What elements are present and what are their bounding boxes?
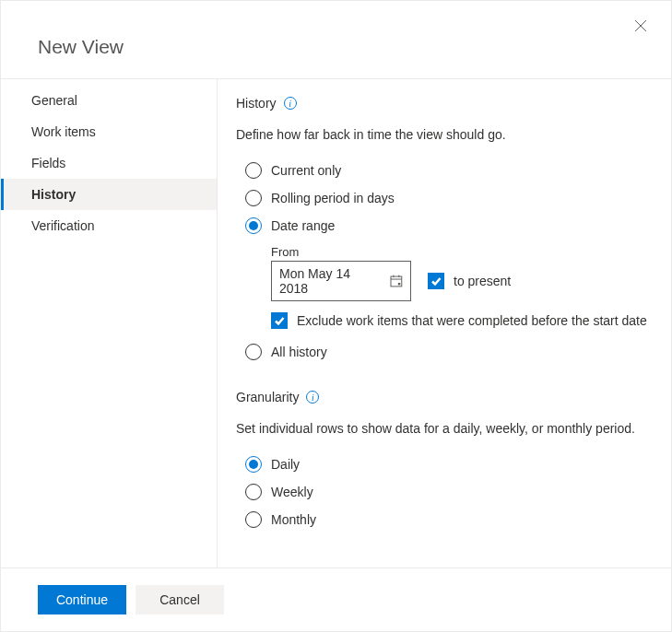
sidebar: General Work items Fields History Verifi… xyxy=(1,79,218,568)
radio-all-history[interactable]: All history xyxy=(236,338,649,366)
sidebar-item-general[interactable]: General xyxy=(1,85,217,116)
radio-icon xyxy=(245,162,262,179)
sidebar-item-history[interactable]: History xyxy=(1,179,217,210)
calendar-icon xyxy=(390,275,403,287)
radio-label: Weekly xyxy=(271,485,313,499)
new-view-dialog: New View General Work items Fields Histo… xyxy=(0,0,672,632)
radio-current-only[interactable]: Current only xyxy=(236,157,649,184)
granularity-section-title: Granularity i xyxy=(236,390,649,404)
sidebar-item-label: General xyxy=(31,93,77,108)
radio-icon xyxy=(245,484,262,500)
radio-monthly[interactable]: Monthly xyxy=(236,506,649,533)
to-present-row: to present xyxy=(428,273,511,289)
date-row: Mon May 14 2018 to prese xyxy=(271,261,649,301)
svg-rect-6 xyxy=(398,283,400,285)
from-date-value: Mon May 14 2018 xyxy=(279,266,381,296)
exclude-row: Exclude work items that were completed b… xyxy=(271,312,649,329)
exclude-label: Exclude work items that were completed b… xyxy=(297,313,647,328)
sidebar-item-work-items[interactable]: Work items xyxy=(1,116,217,147)
date-range-subgroup: From Mon May 14 2018 xyxy=(236,245,649,329)
info-icon[interactable]: i xyxy=(284,97,297,110)
sidebar-item-label: History xyxy=(31,187,76,202)
radio-daily[interactable]: Daily xyxy=(236,451,649,478)
radio-icon xyxy=(245,511,262,528)
granularity-title-text: Granularity xyxy=(236,390,299,404)
sidebar-item-label: Verification xyxy=(31,218,94,233)
sidebar-item-fields[interactable]: Fields xyxy=(1,147,217,179)
radio-date-range[interactable]: Date range xyxy=(236,212,649,240)
sidebar-item-label: Work items xyxy=(31,124,96,139)
sidebar-item-verification[interactable]: Verification xyxy=(1,210,217,241)
granularity-description: Set individual rows to show data for a d… xyxy=(236,421,649,436)
exclude-checkbox[interactable] xyxy=(271,312,288,329)
dialog-body: General Work items Fields History Verifi… xyxy=(1,79,671,568)
radio-label: Date range xyxy=(271,218,335,233)
dialog-title: New View xyxy=(38,36,671,58)
radio-rolling-period[interactable]: Rolling period in days xyxy=(236,184,649,212)
radio-weekly[interactable]: Weekly xyxy=(236,478,649,506)
radio-label: Current only xyxy=(271,163,341,178)
checkmark-icon xyxy=(430,275,442,287)
main-panel: History i Define how far back in time th… xyxy=(218,79,671,568)
from-date-field[interactable]: Mon May 14 2018 xyxy=(271,261,411,301)
sidebar-item-label: Fields xyxy=(31,156,65,170)
close-button[interactable] xyxy=(634,19,649,34)
radio-icon xyxy=(245,344,262,360)
to-present-label: to present xyxy=(454,274,511,288)
radio-icon xyxy=(245,456,262,473)
radio-label: Rolling period in days xyxy=(271,191,395,205)
history-title-text: History xyxy=(236,96,277,111)
close-icon xyxy=(634,19,647,32)
info-icon[interactable]: i xyxy=(306,391,319,404)
checkmark-icon xyxy=(274,315,285,326)
radio-icon xyxy=(245,217,262,234)
radio-label: Daily xyxy=(271,457,300,472)
dialog-header: New View xyxy=(1,1,671,79)
dialog-footer: Continue Cancel xyxy=(1,568,671,631)
to-present-checkbox[interactable] xyxy=(428,273,444,289)
history-section-title: History i xyxy=(236,96,649,111)
radio-label: All history xyxy=(271,345,327,359)
radio-label: Monthly xyxy=(271,512,316,527)
radio-icon xyxy=(245,190,262,206)
continue-button[interactable]: Continue xyxy=(38,585,126,614)
from-label: From xyxy=(271,245,649,259)
cancel-button[interactable]: Cancel xyxy=(136,585,224,614)
history-description: Define how far back in time the view sho… xyxy=(236,127,649,142)
